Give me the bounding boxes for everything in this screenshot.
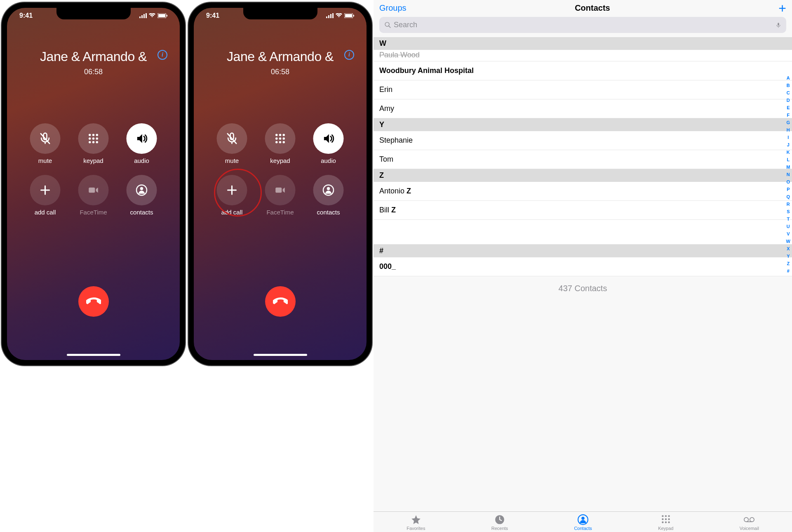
contact-row[interactable]: Antonio Z bbox=[374, 182, 792, 201]
tab-voicemail[interactable]: Voicemail bbox=[740, 514, 759, 531]
add-call-button[interactable]: add call bbox=[30, 175, 61, 216]
home-indicator[interactable] bbox=[67, 354, 120, 356]
contact-row[interactable]: Tom bbox=[374, 150, 792, 169]
status-time: 9:41 bbox=[206, 12, 219, 19]
svg-point-33 bbox=[279, 141, 282, 144]
svg-point-10 bbox=[89, 137, 91, 140]
empty-space bbox=[374, 220, 792, 245]
svg-point-15 bbox=[96, 141, 99, 144]
svg-rect-24 bbox=[345, 14, 352, 17]
contacts-button[interactable]: contacts bbox=[313, 175, 344, 216]
mute-label: mute bbox=[225, 157, 239, 164]
audio-label: audio bbox=[321, 157, 336, 164]
svg-rect-0 bbox=[139, 16, 141, 18]
svg-rect-19 bbox=[326, 16, 327, 18]
contact-count: 437 Contacts bbox=[374, 276, 792, 301]
svg-point-29 bbox=[275, 137, 278, 140]
info-icon[interactable]: i bbox=[344, 50, 354, 60]
svg-point-27 bbox=[279, 134, 282, 137]
mic-icon[interactable] bbox=[776, 21, 781, 29]
svg-point-53 bbox=[744, 518, 748, 522]
home-indicator[interactable] bbox=[254, 354, 307, 356]
tab-keypad[interactable]: Keypad bbox=[658, 514, 673, 531]
svg-rect-1 bbox=[141, 15, 143, 18]
svg-point-11 bbox=[92, 137, 95, 140]
search-field[interactable]: Search bbox=[379, 17, 786, 33]
call-duration: 06:58 bbox=[194, 68, 367, 76]
tab-recents[interactable]: Recents bbox=[491, 514, 508, 531]
notch bbox=[56, 8, 131, 19]
section-header-z: Z bbox=[374, 169, 792, 182]
keypad-button[interactable]: keypad bbox=[78, 123, 109, 164]
svg-point-28 bbox=[283, 134, 285, 137]
svg-point-49 bbox=[668, 518, 670, 520]
call-controls: mute keypad audio add call FaceTime cont… bbox=[26, 123, 161, 216]
svg-rect-16 bbox=[89, 188, 95, 193]
facetime-button[interactable]: FaceTime bbox=[265, 175, 296, 216]
audio-button[interactable]: audio bbox=[127, 123, 157, 164]
contacts-app: Groups Contacts + Search W Paula Wood Wo… bbox=[374, 0, 792, 532]
contact-row[interactable]: 000_ bbox=[374, 257, 792, 276]
svg-rect-20 bbox=[328, 15, 329, 18]
add-contact-button[interactable]: + bbox=[778, 4, 786, 12]
keypad-button[interactable]: keypad bbox=[265, 123, 296, 164]
svg-point-37 bbox=[327, 187, 330, 191]
audio-button[interactable]: audio bbox=[313, 123, 344, 164]
svg-rect-3 bbox=[146, 13, 147, 18]
svg-rect-6 bbox=[167, 15, 167, 16]
contact-row[interactable]: Paula Wood bbox=[374, 50, 792, 61]
tab-favorites[interactable]: Favorites bbox=[407, 514, 425, 531]
mute-button[interactable]: mute bbox=[217, 123, 247, 164]
contacts-button[interactable]: contacts bbox=[127, 175, 157, 216]
section-header-w: W bbox=[374, 37, 792, 50]
call-screen: 9:41 Jane & Armando & 06:58 i mute keypa… bbox=[194, 8, 367, 360]
groups-button[interactable]: Groups bbox=[379, 3, 407, 13]
contacts-title: Contacts bbox=[575, 3, 610, 13]
person-icon bbox=[578, 514, 588, 525]
alphabet-index[interactable]: ABCDEFGHIJKLMNOPQRSTUVWXYZ# bbox=[786, 74, 790, 275]
end-call-button[interactable] bbox=[265, 286, 296, 317]
contacts-label: contacts bbox=[130, 209, 153, 216]
end-call-button[interactable] bbox=[78, 286, 109, 317]
svg-point-47 bbox=[662, 518, 663, 520]
svg-point-8 bbox=[92, 134, 95, 137]
phone-mockup-1: 9:41 Jane & Armando & 06:58 i mute keypa… bbox=[2, 2, 185, 365]
contact-row[interactable]: Stephanie bbox=[374, 131, 792, 150]
keypad-icon bbox=[660, 514, 671, 525]
phone-mockup-2: 9:41 Jane & Armando & 06:58 i mute keypa… bbox=[188, 2, 372, 365]
svg-rect-5 bbox=[158, 14, 165, 17]
svg-point-30 bbox=[279, 137, 282, 140]
call-screen: 9:41 Jane & Armando & 06:58 i mute keypa… bbox=[7, 8, 180, 360]
tab-contacts[interactable]: Contacts bbox=[574, 514, 592, 531]
clock-icon bbox=[494, 514, 505, 525]
svg-rect-25 bbox=[353, 15, 354, 16]
contact-row[interactable]: Bill Z bbox=[374, 201, 792, 220]
svg-point-14 bbox=[92, 141, 95, 144]
contacts-header: Groups Contacts + Search bbox=[374, 0, 792, 37]
contact-row[interactable]: Erin bbox=[374, 80, 792, 99]
svg-rect-2 bbox=[143, 14, 145, 18]
contact-row[interactable]: Woodbury Animal Hospital bbox=[374, 61, 792, 80]
mute-button[interactable]: mute bbox=[30, 123, 61, 164]
svg-point-44 bbox=[662, 515, 663, 517]
mute-label: mute bbox=[38, 157, 52, 164]
svg-point-48 bbox=[665, 518, 667, 520]
highlight-annotation bbox=[214, 169, 262, 217]
svg-point-26 bbox=[275, 134, 278, 137]
svg-point-32 bbox=[275, 141, 278, 144]
keypad-label: keypad bbox=[83, 157, 103, 164]
svg-point-9 bbox=[96, 134, 99, 137]
svg-point-13 bbox=[89, 141, 91, 144]
keypad-label: keypad bbox=[270, 157, 290, 164]
svg-point-43 bbox=[581, 517, 585, 520]
contact-row[interactable]: Amy bbox=[374, 99, 792, 118]
svg-point-7 bbox=[89, 134, 91, 137]
info-icon[interactable]: i bbox=[157, 50, 167, 60]
svg-point-18 bbox=[140, 187, 143, 191]
svg-point-52 bbox=[668, 521, 670, 523]
svg-point-51 bbox=[665, 521, 667, 523]
svg-point-54 bbox=[750, 518, 754, 522]
facetime-button[interactable]: FaceTime bbox=[78, 175, 109, 216]
section-header-y: Y bbox=[374, 118, 792, 131]
svg-rect-35 bbox=[275, 188, 282, 193]
